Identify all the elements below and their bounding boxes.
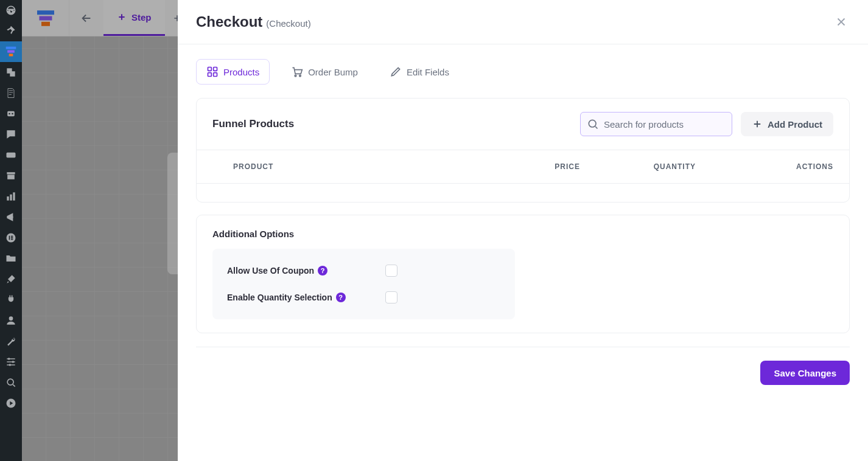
funnel-colored-icon [5,46,17,58]
panel-header: Checkout (Checkout) [178,0,868,44]
option-quantity-text: Enable Quantity Selection [227,293,332,302]
close-button[interactable] [833,13,850,30]
wp-menu-pages[interactable] [0,83,22,103]
pin-icon [5,25,17,37]
funnel-products-card: Funnel Products Add Product PRODUCT PRIC… [196,98,850,203]
tab-order-bump-label: Order Bump [308,67,358,77]
svg-rect-15 [11,237,13,238]
svg-point-17 [9,316,13,321]
wp-menu-theme[interactable] [0,103,22,124]
option-coupon-text: Allow Use Of Coupon [227,266,314,276]
wp-menu-tools[interactable] [0,331,22,352]
wp-menu-templates[interactable] [0,248,22,269]
tab-products-label: Products [223,67,259,77]
wp-menu-archive[interactable] [0,165,22,186]
products-card-title: Funnel Products [212,118,294,130]
option-coupon-checkbox[interactable] [385,265,397,277]
wp-menu-appearance[interactable] [0,269,22,289]
wp-menu-search[interactable] [0,372,22,393]
additional-options-card: Additional Options Allow Use Of Coupon ?… [196,215,850,333]
wp-menu-woo[interactable] [0,145,22,165]
media-icon [5,66,17,78]
gauge-icon [5,4,17,16]
svg-rect-6 [7,153,16,158]
wp-menu-funnels[interactable] [0,41,22,62]
svg-rect-27 [214,68,217,71]
page-title: Checkout [196,13,262,30]
robot-icon [5,108,17,120]
tab-products[interactable]: Products [196,59,270,85]
tab-edit-fields[interactable]: Edit Fields [379,59,460,85]
modal-overlay[interactable] [22,0,178,461]
option-quantity-checkbox[interactable] [385,291,397,303]
svg-rect-29 [214,73,217,77]
col-product: PRODUCT [212,162,471,171]
product-search[interactable] [580,112,732,136]
svg-rect-28 [208,73,212,77]
pencil-icon [390,66,402,78]
wp-menu-elementor[interactable] [0,227,22,248]
plug-icon [5,294,17,306]
brush-icon [5,273,17,285]
add-product-button[interactable]: Add Product [741,112,833,136]
products-card-header: Funnel Products Add Product [197,99,849,150]
svg-rect-16 [11,239,13,240]
svg-point-5 [12,113,13,115]
options-box: Allow Use Of Coupon ? Enable Quantity Se… [212,249,515,319]
sliders-icon [5,356,17,368]
archive-icon [5,170,17,182]
svg-point-20 [9,364,11,366]
svg-rect-7 [7,172,15,174]
option-coupon-row: Allow Use Of Coupon ? [227,257,500,284]
svg-point-21 [7,379,13,385]
wp-menu-pin[interactable] [0,21,22,41]
svg-point-4 [9,113,10,115]
option-quantity-label: Enable Quantity Selection ? [227,293,385,302]
grid-icon [206,66,219,78]
wp-menu-analytics[interactable] [0,186,22,207]
svg-point-31 [299,75,301,77]
panel-content: Funnel Products Add Product PRODUCT PRIC… [178,98,868,333]
wp-menu-settings[interactable] [0,352,22,372]
products-card-controls: Add Product [580,112,833,136]
products-table-header: PRODUCT PRICE QUANTITY ACTIONS [197,150,849,184]
help-icon[interactable]: ? [318,266,327,276]
svg-rect-3 [7,111,15,116]
wp-menu-plugins[interactable] [0,289,22,310]
svg-point-30 [295,75,296,77]
pages-icon [5,87,17,99]
close-icon [835,15,848,29]
svg-rect-26 [208,68,212,71]
option-coupon-label: Allow Use Of Coupon ? [227,266,385,276]
svg-rect-10 [10,195,12,201]
wp-menu-marketing[interactable] [0,207,22,227]
folder-icon [5,252,17,265]
help-icon[interactable]: ? [336,293,346,302]
play-circle-icon [5,397,17,409]
elementor-icon [5,232,17,244]
wrench-icon [5,335,17,347]
panel-footer: Save Changes [196,347,850,398]
panel-tabs: Products Order Bump Edit Fields [178,44,868,98]
svg-rect-8 [7,175,15,179]
wp-menu-media[interactable] [0,62,22,83]
wp-menu-users[interactable] [0,310,22,331]
products-table-body [197,184,849,202]
col-quantity: QUANTITY [580,162,696,171]
svg-rect-11 [13,192,15,200]
wp-menu-dashboard[interactable] [0,0,22,21]
product-search-input[interactable] [604,119,726,130]
tab-order-bump[interactable]: Order Bump [281,59,368,85]
save-button[interactable]: Save Changes [760,361,850,385]
magnify-icon [5,376,17,389]
cart-icon [291,66,303,78]
page-subtitle: (Checkout) [266,18,310,29]
wp-menu-video[interactable] [0,393,22,414]
svg-rect-14 [11,236,13,237]
search-icon [587,118,599,130]
comment-icon [5,128,17,140]
svg-point-19 [12,361,14,362]
wp-menu-comments[interactable] [0,124,22,145]
col-actions: ACTIONS [696,162,833,171]
options-title: Additional Options [212,229,833,239]
